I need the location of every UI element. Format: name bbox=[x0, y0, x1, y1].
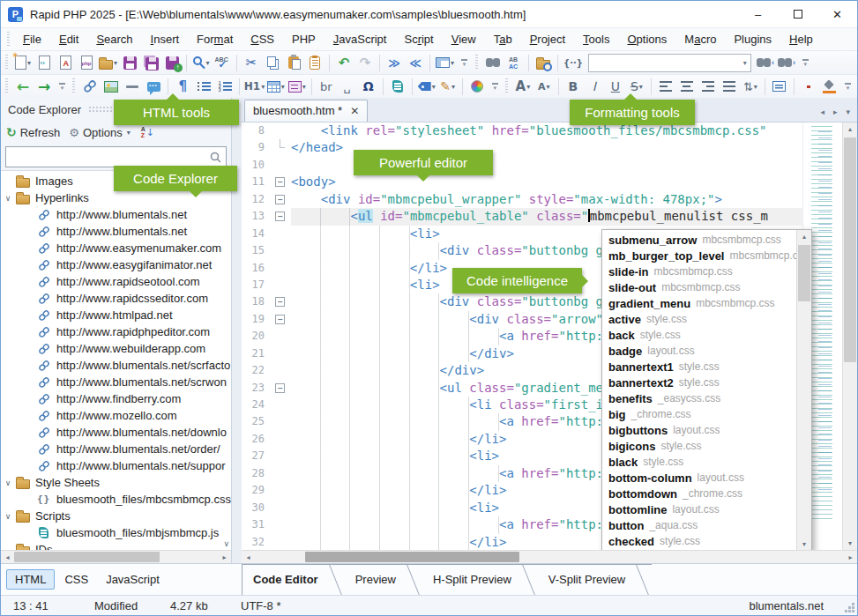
code-line-9[interactable]: 9</head> bbox=[242, 139, 857, 156]
menu-view[interactable]: View bbox=[443, 28, 485, 51]
table-button[interactable]: ▾ bbox=[265, 76, 287, 97]
align-left-button[interactable] bbox=[655, 76, 676, 97]
bullet-list-button[interactable] bbox=[193, 76, 214, 97]
tab-scroll-right-icon[interactable]: ▸ bbox=[833, 108, 838, 116]
menu-tab[interactable]: Tab bbox=[485, 28, 521, 51]
save-button[interactable] bbox=[119, 52, 140, 73]
hyperlink-button[interactable] bbox=[79, 76, 101, 97]
justify-button[interactable] bbox=[719, 76, 740, 97]
menu-options[interactable]: Options bbox=[618, 28, 675, 51]
menu-php[interactable]: PHP bbox=[283, 28, 325, 51]
find-in-files-button[interactable] bbox=[533, 52, 554, 73]
menu-search[interactable]: Search bbox=[87, 28, 141, 51]
open-file-button[interactable]: ▾ bbox=[97, 52, 119, 73]
tree-item-css[interactable]: {}bluesmooth_files/mbcsmbmcp.css bbox=[1, 491, 231, 508]
tree-item-link[interactable]: http://www.rapidseotool.com bbox=[1, 273, 231, 290]
autocomplete-item[interactable]: activestyle.css bbox=[608, 312, 796, 328]
file-type-tab-html[interactable]: HTML bbox=[6, 569, 55, 590]
tree-item-link[interactable]: http://www.blumentals.net/downlo bbox=[1, 424, 231, 441]
fold-collapse-icon[interactable]: − bbox=[275, 383, 285, 393]
options-button[interactable]: Options bbox=[83, 126, 123, 139]
heading-button[interactable]: H1▾ bbox=[243, 76, 265, 97]
autocomplete-item[interactable]: bannertext1style.css bbox=[608, 360, 796, 375]
minimize-button[interactable]: – bbox=[738, 1, 778, 27]
navigate-back-button[interactable]: ← bbox=[12, 76, 34, 97]
sort-az-button[interactable]: AZ↓ bbox=[141, 126, 154, 138]
hscroll-thumb[interactable] bbox=[14, 552, 160, 562]
special-character-button[interactable]: Ω bbox=[358, 76, 379, 97]
align-center-button[interactable] bbox=[676, 76, 698, 97]
menu-script[interactable]: Script bbox=[395, 28, 442, 51]
find-previous-button[interactable]: ‹ bbox=[755, 52, 776, 73]
decrease-font-button[interactable]: A▾ bbox=[533, 76, 555, 97]
autocomplete-item[interactable]: big_chrome.css bbox=[608, 407, 796, 423]
fold-gutter[interactable]: − bbox=[272, 293, 291, 310]
code-line-10[interactable]: 10 bbox=[242, 157, 857, 174]
find-next-button[interactable]: › bbox=[776, 52, 797, 73]
toolbar-overflow-button[interactable]: ▾ bbox=[56, 83, 68, 91]
tree-item-style-sheets[interactable]: ∨Style Sheets bbox=[1, 474, 231, 491]
autocomplete-item[interactable]: bottomdown_chrome.css bbox=[608, 486, 796, 502]
line-spacing-button[interactable]: ⇅▾ bbox=[740, 76, 761, 97]
autocomplete-item[interactable]: blackstyle.css bbox=[608, 455, 796, 471]
explorer-hscrollbar[interactable]: ◂ ▸ bbox=[1, 550, 231, 563]
find-dialog-button[interactable] bbox=[482, 52, 504, 73]
comment-button[interactable] bbox=[143, 76, 164, 97]
tree-item-link[interactable]: http://www.rapidcsseditor.com bbox=[1, 290, 231, 307]
autocomplete-item[interactable]: bannertext2style.css bbox=[608, 375, 796, 391]
file-type-tab-javascript[interactable]: JavaScript bbox=[98, 570, 168, 589]
fold-collapse-icon[interactable]: − bbox=[275, 315, 285, 324]
file-type-tab-css[interactable]: CSS bbox=[56, 570, 96, 589]
find-button[interactable]: ▾ bbox=[190, 52, 212, 73]
toolbar-overflow-button[interactable]: ▾ bbox=[799, 59, 812, 67]
new-html-document-button[interactable] bbox=[55, 52, 76, 73]
paragraph-format-button[interactable] bbox=[769, 76, 790, 97]
spell-check-button[interactable] bbox=[212, 52, 233, 73]
form-button[interactable]: ▾ bbox=[287, 76, 308, 97]
autocomplete-item[interactable]: submenu_arrowmbcsmbmcp.css bbox=[608, 233, 796, 249]
cut-button[interactable]: ✂ bbox=[241, 52, 262, 73]
autocomplete-item[interactable]: slide-inmbcsmbmcp.css bbox=[608, 264, 796, 280]
tab-close-icon[interactable]: ✕ bbox=[350, 107, 359, 115]
undo-button[interactable]: ↶ bbox=[333, 52, 354, 73]
fold-gutter[interactable]: − bbox=[272, 380, 291, 397]
explorer-search-input[interactable] bbox=[6, 147, 210, 167]
vscroll-thumb[interactable] bbox=[844, 137, 856, 362]
tree-item-link[interactable]: http://www.blumentals.net/order/ bbox=[1, 441, 231, 457]
line-break-button[interactable]: br bbox=[316, 76, 337, 97]
menu-plugins[interactable]: Plugins bbox=[725, 28, 780, 51]
increase-font-button[interactable]: A▾ bbox=[512, 76, 533, 97]
autocomplete-item[interactable]: benefits_easycss.css bbox=[608, 391, 796, 407]
view-tab-preview[interactable]: Preview bbox=[345, 564, 422, 595]
code-editor[interactable]: 8 <link rel="stylesheet" href="bluesmoot… bbox=[242, 122, 857, 550]
tree-scroll-down-icon[interactable]: ∨ bbox=[223, 539, 229, 548]
toolbar-overflow-button[interactable]: ▾ bbox=[489, 83, 501, 91]
maximize-button[interactable] bbox=[778, 1, 817, 27]
tag-button[interactable]: ▾ bbox=[416, 76, 437, 97]
redo-button[interactable]: ↷ bbox=[354, 52, 376, 73]
autocomplete-item[interactable]: bigbuttonslayout.css bbox=[608, 423, 796, 439]
code-line-12[interactable]: 12− <div id="mbmcpebul_wrapper" style="m… bbox=[242, 191, 857, 208]
align-right-button[interactable] bbox=[698, 76, 719, 97]
autocomplete-item[interactable]: checkedstyle.css bbox=[608, 534, 796, 550]
tree-expand-icon[interactable]: ∨ bbox=[1, 194, 15, 203]
font-color-button[interactable] bbox=[798, 76, 819, 97]
script-button[interactable] bbox=[387, 76, 408, 97]
new-from-template-button[interactable] bbox=[34, 52, 55, 73]
nbsp-button[interactable]: ␣ bbox=[337, 76, 358, 97]
fold-collapse-icon[interactable]: − bbox=[275, 212, 285, 221]
view-tab-h-split-preview[interactable]: H-Split Preview bbox=[422, 564, 538, 595]
tree-item-scripts[interactable]: ∨Scripts bbox=[1, 508, 231, 524]
close-button[interactable]: ✕ bbox=[817, 1, 857, 27]
tree-item-link[interactable]: http://www.easymenumaker.com bbox=[1, 240, 231, 256]
tab-list-dropdown-icon[interactable]: ▾ bbox=[846, 108, 850, 116]
menu-edit[interactable]: Edit bbox=[50, 28, 87, 51]
tree-item-ids[interactable]: IDs bbox=[1, 541, 231, 550]
editor-hscrollbar[interactable]: ◂ ▸ bbox=[242, 550, 857, 563]
autocomplete-item[interactable]: button_aqua.css bbox=[608, 518, 796, 534]
panel-layout-button[interactable]: ▾ bbox=[434, 52, 456, 73]
numbered-list-button[interactable] bbox=[214, 76, 235, 97]
italic-button[interactable]: I bbox=[584, 76, 605, 97]
menu-format[interactable]: Format bbox=[188, 28, 242, 51]
save-and-upload-button[interactable] bbox=[161, 52, 183, 73]
